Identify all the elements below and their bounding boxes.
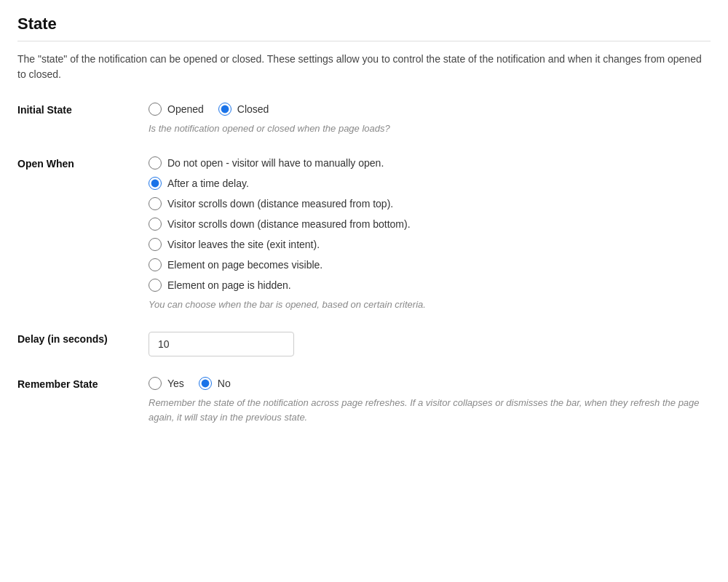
- open-when-label: Open When: [17, 156, 149, 170]
- delay-content: [149, 332, 711, 356]
- remember-state-no-label: No: [218, 378, 231, 389]
- initial-state-radio-group: Opened Closed: [149, 103, 711, 116]
- open-when-scroll-bottom-option[interactable]: Visitor scrolls down (distance measured …: [149, 218, 711, 231]
- open-when-element-hidden-radio[interactable]: [149, 279, 162, 292]
- delay-label: Delay (in seconds): [17, 332, 149, 345]
- open-when-content: Do not open - visitor will have to manua…: [149, 156, 711, 312]
- remember-state-no-option[interactable]: No: [199, 377, 231, 390]
- open-when-scroll-bottom-radio[interactable]: [149, 218, 162, 231]
- initial-state-closed-option[interactable]: Closed: [218, 103, 269, 116]
- open-when-element-visible-option[interactable]: Element on page becomes visible.: [149, 258, 711, 271]
- remember-state-content: Yes No Remember the state of the notific…: [149, 377, 711, 424]
- open-when-time-delay-radio[interactable]: [149, 177, 162, 190]
- section-description: The "state" of the notification can be o…: [17, 52, 711, 82]
- open-when-time-delay-label: After a time delay.: [167, 178, 249, 189]
- open-when-scroll-top-radio[interactable]: [149, 197, 162, 210]
- remember-state-hint: Remember the state of the notification a…: [149, 396, 711, 424]
- section-title: State: [17, 15, 711, 33]
- initial-state-row: Initial State Opened Closed Is the notif…: [17, 103, 711, 136]
- remember-state-label: Remember State: [17, 377, 149, 390]
- open-when-scroll-top-label: Visitor scrolls down (distance measured …: [167, 198, 393, 210]
- open-when-exit-intent-radio[interactable]: [149, 238, 162, 251]
- initial-state-content: Opened Closed Is the notification opened…: [149, 103, 711, 136]
- open-when-element-hidden-option[interactable]: Element on page is hidden.: [149, 279, 711, 292]
- open-when-exit-intent-option[interactable]: Visitor leaves the site (exit intent).: [149, 238, 711, 251]
- open-when-exit-intent-label: Visitor leaves the site (exit intent).: [167, 239, 320, 250]
- initial-state-hint: Is the notification opened or closed whe…: [149, 121, 711, 136]
- open-when-scroll-top-option[interactable]: Visitor scrolls down (distance measured …: [149, 197, 711, 210]
- remember-state-radio-group: Yes No: [149, 377, 711, 390]
- initial-state-opened-label: Opened: [167, 103, 204, 115]
- initial-state-opened-option[interactable]: Opened: [149, 103, 204, 116]
- open-when-element-visible-label: Element on page becomes visible.: [167, 259, 323, 271]
- remember-state-yes-radio[interactable]: [149, 377, 162, 390]
- initial-state-closed-label: Closed: [237, 103, 269, 115]
- open-when-element-hidden-label: Element on page is hidden.: [167, 279, 291, 291]
- open-when-manual-radio[interactable]: [149, 156, 162, 170]
- open-when-row: Open When Do not open - visitor will hav…: [17, 156, 711, 312]
- open-when-hint: You can choose when the bar is opened, b…: [149, 298, 711, 312]
- open-when-manual-option[interactable]: Do not open - visitor will have to manua…: [149, 156, 711, 170]
- delay-input[interactable]: [149, 332, 294, 356]
- open-when-radio-group: Do not open - visitor will have to manua…: [149, 156, 711, 292]
- delay-row: Delay (in seconds): [17, 332, 711, 356]
- initial-state-opened-radio[interactable]: [149, 103, 162, 116]
- remember-state-row: Remember State Yes No Remember the state…: [17, 377, 711, 424]
- remember-state-yes-label: Yes: [167, 378, 184, 389]
- remember-state-no-radio[interactable]: [199, 377, 212, 390]
- initial-state-closed-radio[interactable]: [218, 103, 232, 116]
- remember-state-yes-option[interactable]: Yes: [149, 377, 184, 390]
- section-divider: [17, 41, 711, 41]
- open-when-manual-label: Do not open - visitor will have to manua…: [167, 157, 384, 169]
- open-when-scroll-bottom-label: Visitor scrolls down (distance measured …: [167, 218, 411, 230]
- open-when-element-visible-radio[interactable]: [149, 258, 162, 271]
- open-when-time-delay-option[interactable]: After a time delay.: [149, 177, 711, 190]
- initial-state-label: Initial State: [17, 103, 149, 116]
